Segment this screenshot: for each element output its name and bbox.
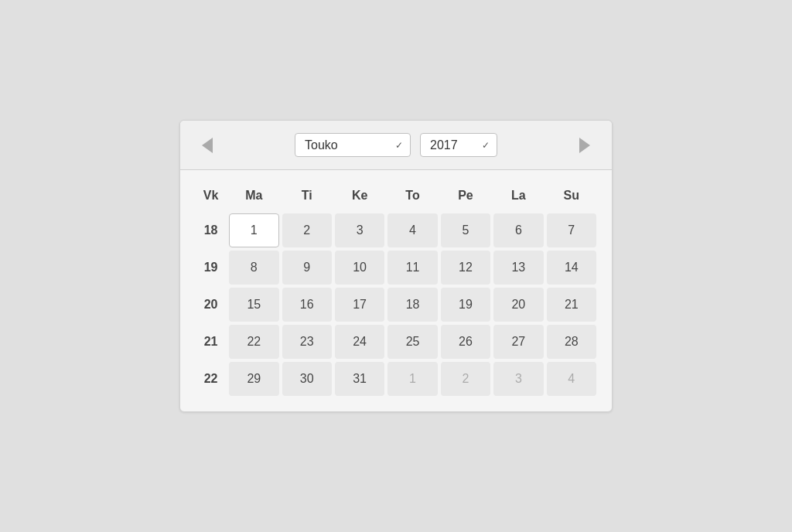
day-cell[interactable]: 1 — [387, 362, 437, 396]
day-cell[interactable]: 17 — [335, 288, 384, 322]
thu-header: To — [387, 181, 437, 210]
week-number: 20 — [196, 288, 226, 322]
day-cell[interactable]: 20 — [493, 288, 543, 322]
day-cell[interactable]: 12 — [441, 251, 490, 285]
day-cell[interactable]: 10 — [335, 251, 384, 285]
day-cell[interactable]: 21 — [547, 288, 596, 322]
day-cell[interactable]: 13 — [493, 251, 543, 285]
calendar-week-row: 181234567 — [196, 213, 596, 247]
month-select-wrapper: Tammi Helmi Maalis Huhti Touko Kesä Hein… — [295, 133, 411, 157]
calendar-week-row: 19891011121314 — [196, 251, 596, 285]
tue-header: Ti — [282, 181, 332, 210]
week-number: 22 — [196, 362, 226, 396]
day-cell[interactable]: 30 — [282, 362, 332, 396]
day-cell[interactable]: 3 — [335, 213, 384, 247]
day-cell[interactable]: 7 — [547, 213, 596, 247]
wed-header: Ke — [335, 181, 384, 210]
day-cell[interactable]: 22 — [229, 325, 278, 359]
prev-icon — [202, 138, 213, 153]
day-cell[interactable]: 18 — [387, 288, 437, 322]
calendar-week-row: 222930311234 — [196, 362, 596, 396]
month-select[interactable]: Tammi Helmi Maalis Huhti Touko Kesä Hein… — [295, 133, 411, 157]
calendar-body: Vk Ma Ti Ke To Pe La Su 1812345671989101… — [180, 170, 612, 411]
day-cell[interactable]: 19 — [441, 288, 490, 322]
year-select-wrapper: 2015 2016 2017 2018 2019 ✓ — [420, 133, 497, 157]
day-cell[interactable]: 27 — [493, 325, 543, 359]
weekday-header-row: Vk Ma Ti Ke To Pe La Su — [196, 181, 596, 210]
day-cell[interactable]: 1 — [229, 213, 278, 247]
day-cell[interactable]: 23 — [282, 325, 332, 359]
day-cell[interactable]: 16 — [282, 288, 332, 322]
day-cell[interactable]: 14 — [547, 251, 596, 285]
mon-header: Ma — [229, 181, 278, 210]
day-cell[interactable]: 2 — [282, 213, 332, 247]
day-cell[interactable]: 2 — [441, 362, 490, 396]
next-month-button[interactable] — [573, 135, 596, 156]
day-cell[interactable]: 24 — [335, 325, 384, 359]
day-cell[interactable]: 25 — [387, 325, 437, 359]
fri-header: Pe — [441, 181, 490, 210]
week-number: 19 — [196, 251, 226, 285]
week-num-header: Vk — [196, 181, 226, 210]
prev-month-button[interactable] — [196, 135, 219, 156]
day-cell[interactable]: 28 — [547, 325, 596, 359]
day-cell[interactable]: 4 — [547, 362, 596, 396]
day-cell[interactable]: 6 — [493, 213, 543, 247]
day-cell[interactable]: 11 — [387, 251, 437, 285]
calendar-widget: Tammi Helmi Maalis Huhti Touko Kesä Hein… — [179, 120, 613, 412]
week-number: 18 — [196, 213, 226, 247]
day-cell[interactable]: 26 — [441, 325, 490, 359]
day-cell[interactable]: 3 — [493, 362, 543, 396]
calendar-header: Tammi Helmi Maalis Huhti Touko Kesä Hein… — [180, 121, 612, 170]
day-cell[interactable]: 8 — [229, 251, 278, 285]
calendar-table: Vk Ma Ti Ke To Pe La Su 1812345671989101… — [193, 178, 599, 399]
day-cell[interactable]: 31 — [335, 362, 384, 396]
day-cell[interactable]: 5 — [441, 213, 490, 247]
week-number: 21 — [196, 325, 226, 359]
day-cell[interactable]: 4 — [387, 213, 437, 247]
calendar-week-row: 2015161718192021 — [196, 288, 596, 322]
next-icon — [579, 138, 590, 153]
day-cell[interactable]: 29 — [229, 362, 278, 396]
sat-header: La — [493, 181, 543, 210]
header-selects: Tammi Helmi Maalis Huhti Touko Kesä Hein… — [295, 133, 497, 157]
sun-header: Su — [547, 181, 596, 210]
year-select[interactable]: 2015 2016 2017 2018 2019 — [420, 133, 497, 157]
calendar-week-row: 2122232425262728 — [196, 325, 596, 359]
day-cell[interactable]: 15 — [229, 288, 278, 322]
day-cell[interactable]: 9 — [282, 251, 332, 285]
